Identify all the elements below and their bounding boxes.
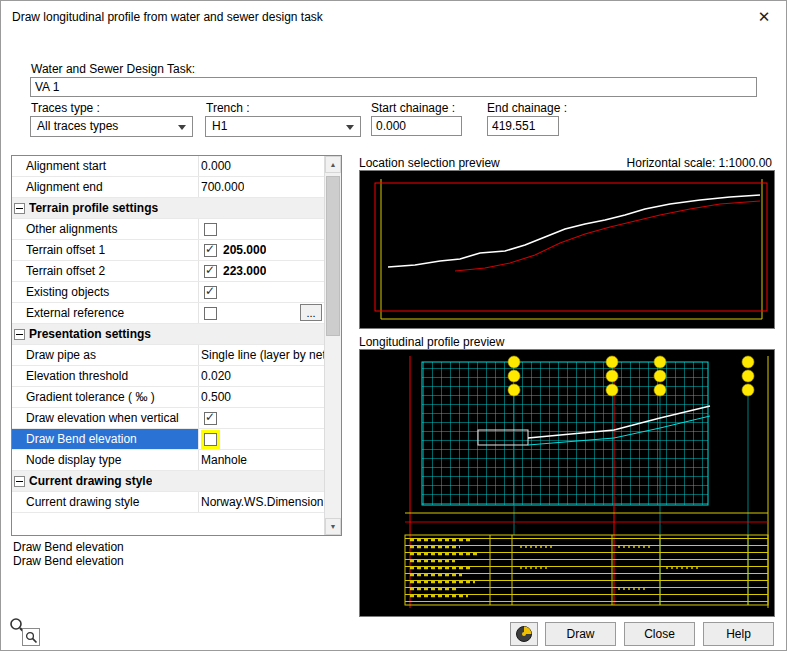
grid-property-row[interactable]: Draw elevation when vertical	[12, 408, 324, 429]
property-value-cell[interactable]	[198, 282, 324, 302]
property-value-cell[interactable]	[198, 219, 324, 239]
row-indent	[12, 492, 26, 512]
description-line: Draw Bend elevation	[13, 554, 341, 568]
grid-property-row[interactable]: Elevation threshold0.020	[12, 366, 324, 387]
grid-category-row[interactable]: Presentation settings	[12, 324, 324, 345]
chevron-down-icon	[178, 125, 186, 130]
chevron-down-icon	[346, 125, 354, 130]
trench-label: Trench :	[206, 101, 250, 115]
category-label: Current drawing style	[29, 474, 152, 488]
checkbox-box[interactable]	[204, 412, 217, 425]
trench-selected: H1	[212, 119, 227, 133]
close-button[interactable]: Close	[624, 622, 695, 646]
grid-property-row[interactable]: Other alignments	[12, 219, 324, 240]
checkbox[interactable]	[201, 241, 220, 260]
property-grid-rows: Alignment start0.000Alignment end700.000…	[12, 156, 324, 535]
collapse-icon[interactable]	[14, 476, 25, 487]
property-value-cell[interactable]: ...	[198, 303, 324, 323]
scrollbar-thumb[interactable]	[326, 176, 340, 336]
row-indent	[12, 450, 26, 470]
checkbox-box[interactable]	[204, 433, 217, 446]
row-indent	[12, 177, 26, 197]
property-value-cell[interactable]: Norway.WS.Dimension	[198, 492, 324, 512]
property-value: 205.000	[223, 243, 266, 257]
property-value-cell[interactable]: 700.000	[198, 177, 324, 197]
grid-property-row[interactable]: Gradient tolerance ( ‰ )0.500	[12, 387, 324, 408]
grid-property-row[interactable]: Terrain offset 2223.000	[12, 261, 324, 282]
row-indent	[12, 387, 26, 407]
grid-property-row[interactable]: Draw Bend elevation	[12, 429, 324, 450]
property-label: Current drawing style	[26, 492, 198, 512]
vertical-scrollbar[interactable]: ▲ ▼	[324, 156, 341, 535]
property-grid: Alignment start0.000Alignment end700.000…	[11, 155, 342, 536]
checkbox[interactable]	[201, 262, 220, 281]
grid-property-row[interactable]: External reference...	[12, 303, 324, 324]
property-value-cell[interactable]: Single line (layer by netw	[198, 345, 324, 365]
checkbox[interactable]	[201, 283, 220, 302]
property-label: Alignment end	[26, 177, 198, 197]
traces-type-dropdown[interactable]: All traces types	[30, 116, 193, 137]
location-preview-label: Location selection preview	[359, 156, 500, 170]
property-value-cell[interactable]	[198, 429, 324, 449]
property-value-cell[interactable]: 0.000	[198, 156, 324, 176]
scroll-down-arrow-icon[interactable]: ▼	[325, 518, 341, 535]
collapse-icon[interactable]	[14, 329, 25, 340]
property-value-cell[interactable]: 223.000	[198, 261, 324, 281]
row-indent	[12, 261, 26, 281]
checkbox-box[interactable]	[204, 307, 217, 320]
end-chainage-input[interactable]	[487, 116, 559, 136]
row-indent	[12, 240, 26, 260]
checkbox[interactable]	[201, 304, 220, 323]
checkbox-box[interactable]	[204, 265, 217, 278]
location-selection-preview[interactable]	[359, 170, 775, 329]
scroll-up-arrow-icon[interactable]: ▲	[325, 156, 341, 173]
checkbox-box[interactable]	[204, 286, 217, 299]
globe-icon	[515, 625, 533, 643]
collapse-icon[interactable]	[14, 203, 25, 214]
grid-property-row[interactable]: Alignment start0.000	[12, 156, 324, 177]
grid-property-row[interactable]: Node display typeManhole	[12, 450, 324, 471]
property-value: Norway.WS.Dimension	[201, 495, 323, 509]
longitudinal-profile-preview[interactable]	[359, 349, 775, 617]
property-label: Other alignments	[26, 219, 198, 239]
checkbox-box[interactable]	[204, 223, 217, 236]
property-value-cell[interactable]: 0.020	[198, 366, 324, 386]
property-value-cell[interactable]	[198, 408, 324, 428]
start-chainage-label: Start chainage :	[371, 101, 455, 115]
property-value: 700.000	[201, 180, 244, 194]
property-label: Node display type	[26, 450, 198, 470]
task-input[interactable]	[30, 77, 757, 97]
property-value: 0.020	[201, 369, 231, 383]
close-icon[interactable]: ✕	[754, 7, 774, 27]
checkbox-box[interactable]	[204, 244, 217, 257]
grid-property-row[interactable]: Existing objects	[12, 282, 324, 303]
checkbox[interactable]	[201, 409, 220, 428]
grid-category-row[interactable]: Terrain profile settings	[12, 198, 324, 219]
grid-category-row[interactable]: Current drawing style	[12, 471, 324, 492]
grid-property-row[interactable]: Draw pipe asSingle line (layer by netw	[12, 345, 324, 366]
end-chainage-label: End chainage :	[487, 101, 567, 115]
grid-property-row[interactable]: Alignment end700.000	[12, 177, 324, 198]
horizontal-scale-label: Horizontal scale: 1:1000.00	[627, 156, 772, 170]
property-label: External reference	[26, 303, 198, 323]
browse-button[interactable]: ...	[300, 304, 322, 321]
zoom-preview-button[interactable]	[22, 628, 40, 646]
start-chainage-input[interactable]	[371, 116, 462, 136]
grid-property-row[interactable]: Current drawing styleNorway.WS.Dimension	[12, 492, 324, 513]
property-value-cell[interactable]: 0.500	[198, 387, 324, 407]
property-label: Gradient tolerance ( ‰ )	[26, 387, 198, 407]
grid-property-row[interactable]: Terrain offset 1205.000	[12, 240, 324, 261]
dialog-title: Draw longitudinal profile from water and…	[12, 10, 323, 24]
help-button[interactable]: Help	[703, 622, 774, 646]
property-label: Terrain offset 2	[26, 261, 198, 281]
property-value-cell[interactable]: Manhole	[198, 450, 324, 470]
checkbox[interactable]	[201, 220, 220, 239]
profile-preview-label: Longitudinal profile preview	[359, 335, 504, 349]
task-label: Water and Sewer Design Task:	[31, 62, 195, 76]
highlighted-checkbox[interactable]	[201, 430, 220, 449]
draw-button[interactable]: Draw	[545, 622, 616, 646]
property-value-cell[interactable]: 205.000	[198, 240, 324, 260]
drawing-style-icon-button[interactable]	[510, 622, 538, 646]
property-label: Elevation threshold	[26, 366, 198, 386]
trench-dropdown[interactable]: H1	[205, 116, 361, 137]
